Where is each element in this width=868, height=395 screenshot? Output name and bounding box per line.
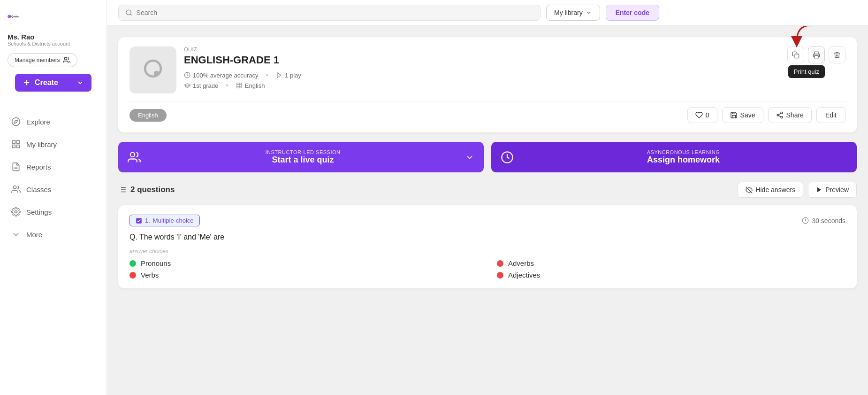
library-select[interactable]: My library	[546, 5, 600, 21]
enter-code-button[interactable]: Enter code	[606, 5, 659, 21]
question-timer: 30 seconds	[802, 217, 845, 225]
svg-line-32	[778, 116, 781, 117]
copy-button[interactable]	[787, 46, 804, 63]
more-chevron-icon	[11, 230, 21, 239]
preview-play-icon	[816, 186, 822, 193]
quiz-card: QUIZ ENGLISH-GRADE 1 100% average accura…	[118, 37, 857, 132]
question-text: Q. The words 'I' and 'Me' are	[129, 233, 845, 241]
sidebar-item-explore-label: Explore	[26, 118, 50, 126]
live-chevron-icon	[465, 153, 474, 162]
create-chevron-icon	[76, 79, 84, 86]
quiz-thumbnail	[129, 46, 176, 93]
live-session-label: INSTRUCTOR-LED SESSION	[146, 149, 459, 155]
sidebar-item-more[interactable]: More	[0, 223, 107, 246]
hide-answers-label: Hide answers	[755, 186, 795, 194]
questions-header-actions: Hide answers Preview	[738, 182, 857, 198]
session-buttons: INSTRUCTOR-LED SESSION Start a live quiz…	[118, 142, 857, 172]
svg-point-4	[64, 57, 67, 60]
quiz-bottom-actions: 0 Save Share E	[687, 107, 845, 123]
sidebar-item-my-library[interactable]: My library	[0, 133, 107, 155]
quiz-actions-top: Print quiz	[787, 46, 845, 63]
accuracy-value: 100% average accuracy	[193, 72, 258, 79]
language-icon	[236, 82, 243, 89]
question-number: 1.	[145, 217, 150, 224]
user-name: Ms. Rao	[8, 33, 99, 41]
choice-adjectives-label: Adjectives	[508, 271, 540, 279]
language-value: English	[245, 82, 265, 89]
search-bar[interactable]	[118, 5, 541, 21]
manage-members-label: Manage members	[15, 57, 60, 63]
choice-pronouns: Pronouns	[129, 259, 478, 267]
save-button[interactable]: Save	[722, 107, 763, 123]
incorrect-dot-2	[129, 272, 136, 279]
assign-homework-button[interactable]: ASYNCRONOUS LEARNING Assign homework	[491, 142, 857, 172]
svg-point-34	[130, 152, 135, 156]
question-type-badge: 1. Multiple-choice	[129, 215, 200, 226]
incorrect-dot	[497, 260, 503, 267]
quiz-info: QUIZ ENGLISH-GRADE 1 100% average accura…	[184, 46, 780, 92]
manage-members-button[interactable]: Manage members	[8, 53, 77, 67]
play-icon	[276, 72, 282, 78]
quiz-tag-label: English	[138, 112, 158, 119]
quiz-title: ENGLISH-GRADE 1	[184, 54, 780, 66]
svg-point-15	[15, 211, 17, 213]
sidebar-item-settings[interactable]: Settings	[0, 201, 107, 223]
questions-count: 2 questions	[118, 185, 175, 194]
svg-rect-26	[795, 54, 799, 58]
nav: Explore My library Reports	[0, 110, 107, 387]
sidebar-item-classes[interactable]: Classes	[0, 178, 107, 201]
sidebar-item-more-label: More	[26, 231, 42, 239]
start-live-quiz-button[interactable]: INSTRUCTOR-LED SESSION Start a live quiz	[118, 142, 484, 172]
create-button[interactable]: Create	[15, 74, 91, 92]
save-icon	[730, 111, 738, 119]
quiz-type-label: QUIZ	[184, 46, 780, 52]
async-session-content: ASYNCRONOUS LEARNING Assign homework	[519, 149, 847, 165]
like-button[interactable]: 0	[687, 107, 717, 123]
quiz-meta-row2: 1st grade • English	[184, 81, 780, 90]
live-session-title: Start a live quiz	[146, 155, 459, 165]
print-button[interactable]	[808, 46, 825, 63]
share-icon	[776, 111, 784, 119]
main-content: My library Enter code QUIZ	[107, 0, 868, 395]
library-label: My library	[554, 9, 583, 16]
question-type: Multiple-choice	[153, 217, 194, 224]
choice-adverbs-label: Adverbs	[508, 259, 534, 267]
preview-button[interactable]: Preview	[808, 182, 857, 198]
hide-answers-button[interactable]: Hide answers	[738, 182, 803, 198]
sidebar-item-my-library-label: My library	[26, 140, 57, 148]
quiz-tag: English	[129, 109, 167, 122]
classes-icon	[11, 185, 21, 194]
svg-marker-21	[277, 73, 281, 78]
svg-point-30	[777, 114, 779, 116]
svg-rect-8	[13, 141, 15, 144]
grade-icon	[184, 82, 190, 89]
topbar: My library Enter code	[107, 0, 868, 26]
sidebar-item-reports[interactable]: Reports	[0, 155, 107, 178]
question-card-1: 1. Multiple-choice 30 seconds Q. The wor…	[118, 205, 857, 288]
quiz-grade: 1st grade	[184, 81, 218, 90]
checkbox-icon	[136, 217, 142, 224]
svg-point-16	[126, 10, 131, 15]
share-label: Share	[786, 111, 804, 119]
copy-icon	[792, 51, 799, 59]
share-button[interactable]: Share	[768, 107, 812, 123]
user-account: Schools & Districts account	[8, 41, 99, 46]
quiz-card-bottom: English 0 Save	[129, 101, 845, 123]
correct-dot	[129, 260, 136, 267]
search-input[interactable]	[137, 9, 533, 16]
live-session-icon	[128, 151, 141, 164]
svg-rect-44	[136, 218, 142, 224]
print-tooltip: Print quiz	[788, 65, 825, 78]
questions-list-icon	[118, 186, 127, 194]
save-label: Save	[740, 111, 755, 119]
svg-point-0	[8, 15, 11, 18]
heart-icon	[695, 111, 703, 119]
delete-button[interactable]	[829, 46, 845, 63]
question-top: 1. Multiple-choice 30 seconds	[129, 215, 845, 226]
timer-value: 30 seconds	[812, 217, 845, 225]
sidebar-item-explore[interactable]: Explore	[0, 110, 107, 133]
async-session-title: Assign homework	[519, 155, 847, 165]
edit-button[interactable]: Edit	[816, 107, 845, 123]
sidebar: Quizizz Ms. Rao Schools & Districts acco…	[0, 0, 107, 395]
choices-grid: Pronouns Adverbs Verbs Adjectives	[129, 259, 845, 279]
